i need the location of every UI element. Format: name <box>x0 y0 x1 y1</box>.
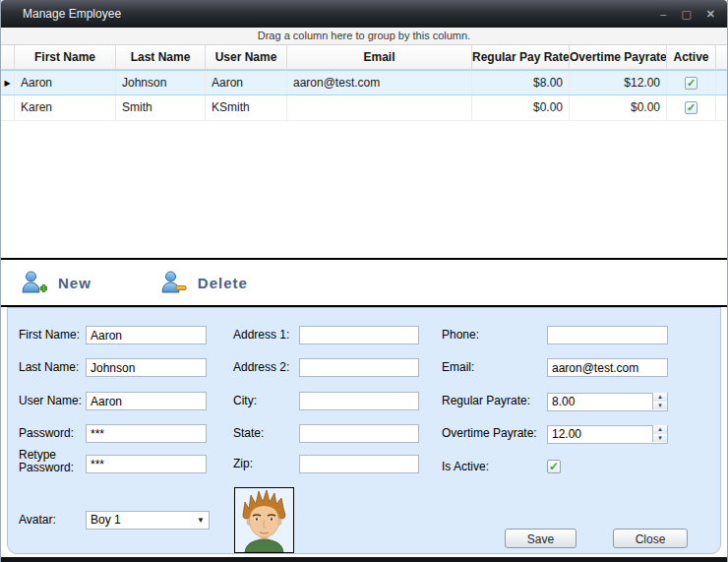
phone-label: Phone: <box>442 326 479 344</box>
active-checkbox[interactable]: ✓ <box>685 101 698 114</box>
regular-payrate-field[interactable] <box>547 393 668 411</box>
column-header-last-name[interactable]: Last Name <box>116 45 206 69</box>
cell-overtime-payrate[interactable]: $0.00 <box>570 95 667 120</box>
avatar-label: Avatar: <box>19 511 56 530</box>
window-title: Manage Employee <box>23 7 660 21</box>
last-name-field[interactable] <box>86 358 207 377</box>
cell-user-name[interactable]: KSmith <box>206 95 287 120</box>
grid-header-row: First Name Last Name User Name Email Reg… <box>1 45 727 70</box>
manage-employee-window: Manage Employee – ▢ ✕ Drag a column here… <box>0 0 728 562</box>
cell-regular-pay-rate[interactable]: $8.00 <box>472 71 570 94</box>
avatar-dropdown-value: Boy 1 <box>91 513 121 527</box>
new-person-icon <box>21 270 47 296</box>
state-label: State: <box>233 424 264 443</box>
regular-payrate-stepper: ▲ ▼ <box>547 392 668 410</box>
chevron-down-icon: ▼ <box>197 513 205 529</box>
close-button[interactable]: Close <box>613 529 688 548</box>
email-label: Email: <box>442 358 474 377</box>
address2-label: Address 2: <box>233 358 289 377</box>
is-active-checkbox[interactable]: ✓ <box>547 460 561 473</box>
city-field[interactable] <box>299 392 419 410</box>
regular-payrate-spin-buttons: ▲ ▼ <box>652 393 667 409</box>
first-name-label: First Name: <box>19 326 80 344</box>
new-button[interactable]: New <box>21 270 91 296</box>
column-header-regular-pay-rate[interactable]: Regular Pay Rate <box>472 45 570 69</box>
table-row-karen[interactable]: Karen Smith KSmith $0.00 $0.00 ✓ <box>1 95 727 121</box>
password-label: Password: <box>19 424 74 443</box>
email-field[interactable] <box>547 358 668 377</box>
spin-up-icon[interactable]: ▲ <box>653 425 667 434</box>
cell-active: ✓ <box>667 71 716 94</box>
active-checkbox[interactable]: ✓ <box>685 77 698 90</box>
employee-form-panel: First Name: Last Name: User Name: Passwo… <box>7 307 721 554</box>
cell-first-name[interactable]: Karen <box>15 95 116 120</box>
city-label: City: <box>233 392 257 410</box>
employee-grid: First Name Last Name User Name Email Reg… <box>1 45 727 258</box>
retype-password-field[interactable] <box>86 455 207 473</box>
address1-label: Address 1: <box>233 326 289 344</box>
avatar-image <box>234 487 294 553</box>
address1-field[interactable] <box>299 326 419 344</box>
window-bottom-edge <box>1 557 727 562</box>
employee-form-area: First Name: Last Name: User Name: Passwo… <box>1 307 727 557</box>
cell-email[interactable] <box>287 95 472 120</box>
overtime-payrate-label: Overtime Payrate: <box>442 424 537 443</box>
table-row-aaron[interactable]: ▶ Aaron Johnson Aaron aaron@test.com $8.… <box>1 70 727 95</box>
column-header-email[interactable]: Email <box>287 45 472 69</box>
cell-first-name[interactable]: Aaron <box>15 71 116 94</box>
overtime-payrate-field[interactable] <box>547 425 668 444</box>
window-controls: – ▢ ✕ <box>660 9 715 20</box>
column-header-user-name[interactable]: User Name <box>206 45 287 69</box>
row-indicator-cell <box>1 95 15 120</box>
title-bar[interactable]: Manage Employee – ▢ ✕ <box>1 0 727 28</box>
user-name-field[interactable] <box>86 392 207 410</box>
address2-field[interactable] <box>299 358 419 377</box>
close-window-button[interactable]: ✕ <box>706 9 715 20</box>
row-indicator-header <box>1 45 15 69</box>
zip-field[interactable] <box>299 455 419 473</box>
retype-password-label: RetypePassword: <box>19 449 74 474</box>
password-field[interactable] <box>86 424 207 443</box>
overtime-payrate-spin-buttons: ▲ ▼ <box>652 425 667 442</box>
maximize-button[interactable]: ▢ <box>681 9 691 20</box>
delete-button-label: Delete <box>198 275 248 291</box>
cell-regular-pay-rate[interactable]: $0.00 <box>472 95 570 120</box>
delete-button[interactable]: Delete <box>160 270 248 296</box>
last-name-label: Last Name: <box>19 358 79 377</box>
column-header-first-name[interactable]: First Name <box>15 45 116 69</box>
cell-active: ✓ <box>667 95 716 120</box>
spin-down-icon[interactable]: ▼ <box>653 434 667 443</box>
save-button[interactable]: Save <box>505 529 576 548</box>
minimize-button[interactable]: – <box>660 9 666 20</box>
selected-row-indicator-icon: ▶ <box>1 71 15 94</box>
cell-email[interactable]: aaron@test.com <box>287 71 472 94</box>
boy-avatar-illustration <box>235 488 293 552</box>
zip-label: Zip: <box>233 455 253 473</box>
phone-field[interactable] <box>547 326 668 344</box>
column-header-overtime-payrate[interactable]: Overtime Payrate <box>570 45 667 69</box>
avatar-dropdown[interactable]: Boy 1 ▼ <box>86 511 210 530</box>
regular-payrate-label: Regular Payrate: <box>442 392 530 410</box>
state-field[interactable] <box>299 424 419 443</box>
overtime-payrate-stepper: ▲ ▼ <box>547 424 668 443</box>
delete-person-icon <box>160 270 187 296</box>
column-header-active[interactable]: Active <box>667 45 716 69</box>
toolbar: New Delete <box>1 260 727 305</box>
spin-down-icon[interactable]: ▼ <box>653 402 667 410</box>
first-name-field[interactable] <box>86 326 207 344</box>
new-button-label: New <box>58 275 91 291</box>
cell-last-name[interactable]: Johnson <box>116 71 206 94</box>
cell-user-name[interactable]: Aaron <box>206 71 287 94</box>
is-active-label: Is Active: <box>442 458 489 476</box>
spin-up-icon[interactable]: ▲ <box>653 393 667 402</box>
cell-last-name[interactable]: Smith <box>116 95 206 120</box>
cell-overtime-payrate[interactable]: $12.00 <box>570 71 667 94</box>
group-by-bar[interactable]: Drag a column here to group by this colu… <box>1 28 727 45</box>
user-name-label: User Name: <box>19 392 82 410</box>
